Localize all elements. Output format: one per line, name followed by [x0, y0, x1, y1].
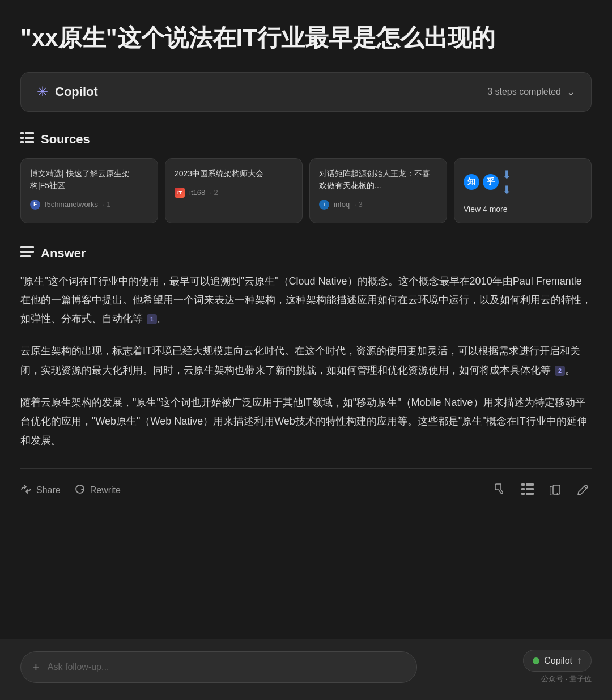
answer-para-3: 随着云原生架构的发展，"原生"这个词也开始被广泛应用于其他IT领域，如"移动原生… [20, 393, 592, 450]
action-bar-right [491, 481, 592, 500]
source-num-3: · 3 [354, 200, 362, 209]
answer-icon [20, 246, 34, 261]
svg-rect-7 [20, 251, 34, 253]
view-more-text: View 4 more [464, 205, 582, 214]
svg-rect-9 [521, 483, 525, 486]
copilot-left: ✳ Copilot [37, 84, 98, 100]
copilot-star-icon: ✳ [37, 84, 48, 100]
answer-section: Answer "原生"这个词在IT行业中的使用，最早可以追溯到"云原生"（Clo… [20, 246, 592, 450]
source-card-1[interactable]: 博文精选| 快速了解云原生架构|F5社区 F f5chinanetworks ·… [20, 158, 158, 223]
rewrite-label: Rewrite [90, 485, 121, 495]
svg-rect-4 [20, 141, 24, 143]
source-favicon-3: i [319, 200, 329, 210]
answer-header: Answer [20, 246, 592, 261]
citation-1[interactable]: 1 [147, 314, 157, 324]
sources-icon [20, 132, 34, 147]
svg-rect-0 [20, 132, 24, 134]
wechat-label: 公众号 · 量子位 [541, 674, 592, 684]
svg-rect-6 [20, 246, 34, 248]
source-domain-2: it168 [189, 188, 205, 197]
copilot-badge-label: Copilot [544, 656, 572, 666]
citation-2[interactable]: 2 [555, 366, 565, 376]
share-label: Share [36, 485, 61, 495]
answer-para-1: "原生"这个词在IT行业中的使用，最早可以追溯到"云原生"（Cloud Nati… [20, 272, 592, 329]
copilot-right: 3 steps completed ⌄ [487, 86, 575, 98]
svg-rect-11 [521, 488, 525, 490]
dislike-button[interactable] [491, 481, 508, 500]
sources-title: Sources [41, 132, 90, 147]
add-icon[interactable]: + [32, 660, 40, 674]
edit-button[interactable] [575, 481, 592, 500]
svg-rect-10 [526, 483, 534, 486]
action-bar: Share Rewrite [20, 468, 592, 501]
source-card-2[interactable]: 2023中国系统架构师大会 IT it168 · 2 [165, 158, 303, 223]
svg-rect-12 [526, 488, 534, 490]
copilot-badge-button[interactable]: Copilot ↑ [523, 650, 592, 672]
view-more-logos: 知 乎 ⬇ ⬇ [464, 168, 582, 197]
source-domain-1: f5chinanetworks [45, 200, 98, 209]
arrow-icon-1: ⬇ [502, 168, 512, 181]
source-num-2: · 2 [210, 188, 218, 197]
rewrite-button[interactable]: Rewrite [74, 480, 121, 501]
svg-rect-3 [25, 137, 34, 139]
answer-body: "原生"这个词在IT行业中的使用，最早可以追溯到"云原生"（Cloud Nati… [20, 272, 592, 450]
source-num-1: · 1 [103, 200, 110, 209]
source-title-2: 2023中国系统架构师大会 [175, 168, 293, 180]
answer-para-2: 云原生架构的出现，标志着IT环境已经大规模走向云化时代。在这个时代，资源的使用更… [20, 342, 592, 380]
arrow-icon-2: ⬇ [502, 183, 512, 197]
zhihu-badge-2: 乎 [483, 174, 499, 190]
zhihu-badge-1: 知 [464, 174, 479, 190]
input-area[interactable]: + Ask follow-up... [20, 651, 417, 683]
svg-rect-5 [25, 141, 34, 143]
bottom-bar: + Ask follow-up... Copilot ↑ 公众号 · 量子位 [0, 639, 612, 700]
sources-button[interactable] [519, 481, 536, 500]
source-title-3: 对话矩阵起源创始人王龙：不喜欢做有天花板的... [319, 168, 437, 192]
source-favicon-1: F [30, 200, 40, 210]
svg-rect-8 [20, 255, 31, 257]
source-footer-2: IT it168 · 2 [175, 188, 293, 198]
source-title-1: 博文精选| 快速了解云原生架构|F5社区 [30, 168, 148, 192]
send-icon: ↑ [577, 655, 582, 667]
copilot-status-dot [533, 657, 539, 664]
share-icon [20, 484, 32, 497]
sources-grid: 博文精选| 快速了解云原生架构|F5社区 F f5chinanetworks ·… [20, 158, 592, 223]
sources-section: Sources 博文精选| 快速了解云原生架构|F5社区 F f5chinane… [20, 132, 592, 223]
steps-completed-text: 3 steps completed [487, 87, 561, 97]
svg-rect-1 [25, 132, 34, 134]
copilot-card[interactable]: ✳ Copilot 3 steps completed ⌄ [20, 72, 592, 112]
copy-button[interactable] [547, 481, 563, 500]
page-title: "xx原生"这个说法在IT行业最早是怎么出现的 [20, 23, 592, 54]
source-footer-1: F f5chinanetworks · 1 [30, 200, 148, 210]
source-footer-3: i infoq · 3 [319, 200, 437, 210]
sources-header: Sources [20, 132, 592, 147]
chevron-down-icon[interactable]: ⌄ [567, 86, 575, 98]
rewrite-icon [74, 483, 86, 498]
action-bar-left: Share Rewrite [20, 480, 121, 501]
share-button[interactable]: Share [20, 481, 61, 500]
follow-up-placeholder: Ask follow-up... [48, 662, 405, 672]
answer-title: Answer [41, 246, 86, 261]
copilot-title: Copilot [55, 84, 98, 99]
view-more-card[interactable]: 知 乎 ⬇ ⬇ View 4 more [454, 158, 592, 223]
copilot-badge: Copilot ↑ 公众号 · 量子位 [523, 650, 592, 684]
svg-rect-14 [526, 493, 534, 495]
source-favicon-2: IT [175, 188, 185, 198]
source-domain-3: infoq [334, 200, 350, 209]
svg-rect-15 [553, 485, 560, 494]
source-card-3[interactable]: 对话矩阵起源创始人王龙：不喜欢做有天花板的... i infoq · 3 [309, 158, 447, 223]
svg-rect-13 [521, 493, 525, 495]
svg-rect-2 [20, 137, 24, 139]
